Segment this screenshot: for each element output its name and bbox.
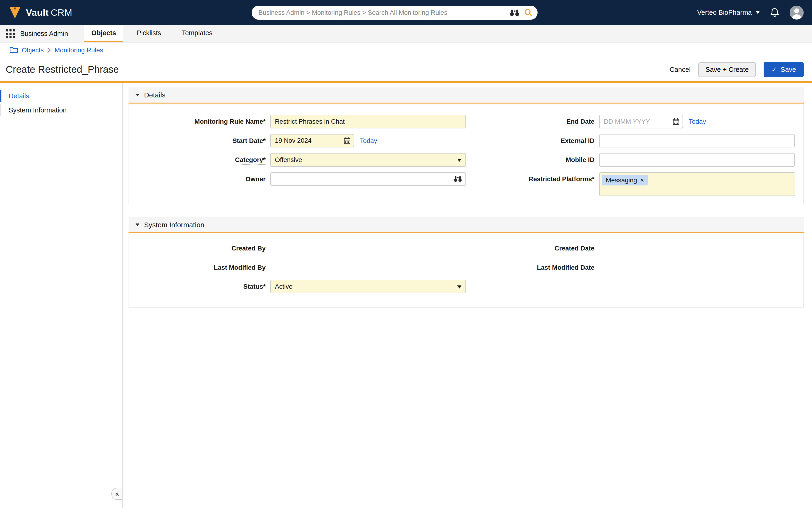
owner-label: Owner: [129, 172, 266, 186]
app-launcher-grid-icon[interactable]: [6, 29, 15, 38]
end-date-today-link[interactable]: Today: [689, 115, 706, 128]
calendar-icon[interactable]: [673, 118, 680, 125]
details-section-header[interactable]: Details: [128, 87, 804, 103]
restricted-platforms-multiselect[interactable]: Messaging ×: [599, 172, 795, 196]
save-button[interactable]: ✓ Save: [764, 62, 804, 77]
owner-lookup-binoculars-icon[interactable]: [454, 176, 462, 182]
tab-templates[interactable]: Templates: [175, 25, 220, 42]
end-date-label: End Date: [467, 115, 594, 128]
restricted-platforms-label: Restricted Platforms*: [467, 172, 594, 186]
chip-remove-icon[interactable]: ×: [640, 177, 644, 183]
form-content: Details Monitoring Rule Name* End Date: [123, 83, 812, 508]
user-avatar[interactable]: [790, 6, 804, 20]
category-label: Category*: [129, 153, 266, 166]
folder-icon: [9, 46, 18, 54]
last-modified-date-label: Last Modified Date: [467, 261, 594, 274]
chevron-down-icon: [457, 159, 461, 162]
tab-objects[interactable]: Objects: [84, 25, 123, 42]
system-information-section: System Information Created By Created Da…: [128, 217, 804, 307]
details-section: Details Monitoring Rule Name* End Date: [128, 87, 804, 204]
search-input[interactable]: [252, 6, 538, 20]
start-date-today-link[interactable]: Today: [360, 134, 377, 147]
advanced-search-binoculars-icon[interactable]: [510, 9, 519, 16]
selected-chip-messaging: Messaging ×: [602, 175, 648, 185]
save-create-button[interactable]: Save + Create: [698, 62, 756, 77]
global-search: [252, 6, 538, 20]
check-icon: ✓: [771, 66, 777, 74]
vault-crm-app: VaultCRM Verteo BioPharma: [0, 0, 812, 508]
start-date-label: Start Date*: [129, 134, 266, 147]
external-id-label: External ID: [467, 134, 594, 147]
collapse-caret-icon: [136, 223, 139, 226]
cancel-button[interactable]: Cancel: [670, 66, 691, 74]
collapse-caret-icon: [136, 94, 139, 96]
sidebar-collapse-button[interactable]: «: [111, 488, 122, 500]
tab-picklists[interactable]: Picklists: [129, 25, 168, 42]
notifications-bell-icon[interactable]: [770, 7, 780, 18]
status-label: Status*: [129, 280, 266, 293]
created-by-label: Created By: [129, 242, 266, 255]
org-name: Verteo BioPharma: [697, 9, 751, 16]
last-modified-by-label: Last Modified By: [129, 261, 266, 274]
monitoring-rule-name-input[interactable]: [270, 115, 466, 128]
calendar-icon[interactable]: [344, 137, 351, 144]
status-select[interactable]: Active: [270, 280, 466, 293]
vault-logo[interactable]: VaultCRM: [8, 6, 72, 19]
sidebar-item-system-information[interactable]: System Information: [0, 104, 122, 117]
created-date-label: Created Date: [467, 242, 594, 255]
sidebar-item-details[interactable]: Details: [0, 90, 122, 102]
title-bar: Create Restricted_Phrase Cancel Save + C…: [0, 58, 812, 81]
breadcrumb: Objects Monitoring Rules: [0, 42, 812, 58]
mobile-id-label: Mobile ID: [467, 153, 594, 166]
end-date-input[interactable]: [599, 115, 683, 128]
section-nav: Details System Information «: [0, 83, 123, 508]
nav-divider: [76, 29, 76, 39]
chevron-down-icon: [457, 286, 461, 289]
search-icon[interactable]: [524, 8, 532, 17]
category-select[interactable]: Offensive: [270, 153, 466, 166]
app-tab-bar: Business Admin Objects Picklists Templat…: [0, 25, 812, 42]
monitoring-rule-name-label: Monitoring Rule Name*: [129, 115, 266, 128]
breadcrumb-monitoring-rules-link[interactable]: Monitoring Rules: [54, 46, 103, 54]
start-date-input[interactable]: [270, 134, 354, 147]
owner-input[interactable]: [270, 172, 466, 186]
page-title: Create Restricted_Phrase: [6, 64, 119, 75]
external-id-input[interactable]: [599, 134, 795, 147]
mobile-id-input[interactable]: [599, 153, 795, 166]
accent-divider: [0, 81, 812, 83]
system-information-section-header[interactable]: System Information: [128, 217, 804, 233]
current-app-label[interactable]: Business Admin: [20, 30, 68, 38]
org-selector[interactable]: Verteo BioPharma: [697, 9, 760, 16]
breadcrumb-objects-link[interactable]: Objects: [9, 46, 44, 54]
breadcrumb-separator-chevron-icon: [47, 47, 51, 53]
vault-v-icon: [8, 6, 22, 19]
brand-text: VaultCRM: [26, 7, 72, 18]
chevron-down-icon: [756, 11, 760, 14]
top-bar: VaultCRM Verteo BioPharma: [0, 0, 812, 25]
